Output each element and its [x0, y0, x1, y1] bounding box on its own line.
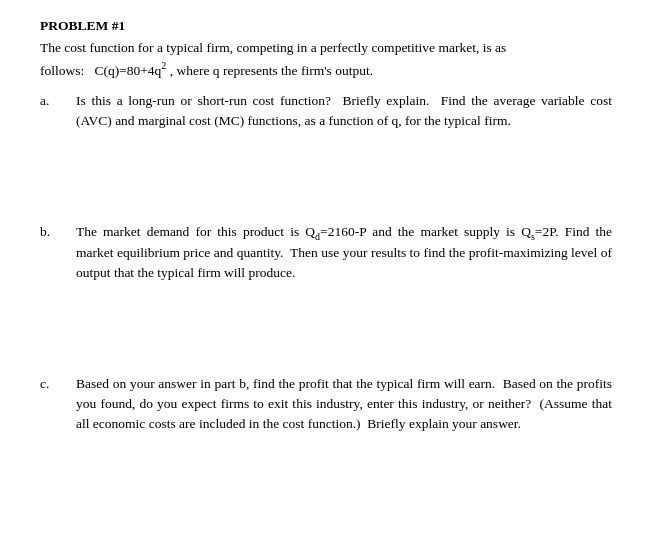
part-c-content: Based on your answer in part b, find the…	[76, 374, 612, 435]
part-c: c. Based on your answer in part b, find …	[40, 374, 612, 435]
parts-list: a. Is this a long-run or short-run cost …	[40, 91, 612, 434]
part-a: a. Is this a long-run or short-run cost …	[40, 91, 612, 222]
part-b: b. The market demand for this product is…	[40, 222, 612, 374]
part-c-label: c.	[40, 374, 76, 394]
part-b-content: The market demand for this product is Qd…	[76, 222, 612, 284]
problem-title: PROBLEM #1	[40, 18, 612, 34]
part-b-label: b.	[40, 222, 76, 242]
part-a-label: a.	[40, 91, 76, 111]
problem-intro: The cost function for a typical firm, co…	[40, 38, 612, 81]
part-a-content: Is this a long-run or short-run cost fun…	[76, 91, 612, 132]
